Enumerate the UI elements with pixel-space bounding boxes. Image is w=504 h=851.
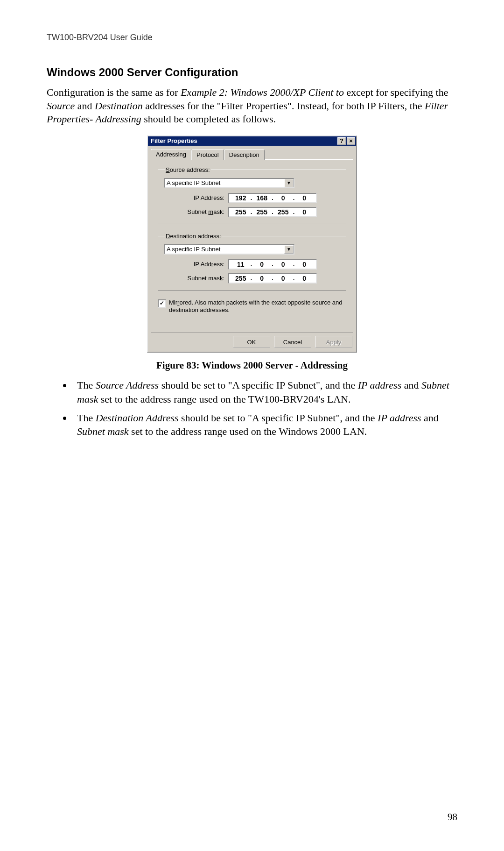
tabs-row: Addressing Protocol Description xyxy=(148,149,356,159)
dest-ip-input[interactable]: 11. 0. 0. 0 xyxy=(228,259,317,269)
source-address-group: Source address: A specific IP Subnet ▼ I… xyxy=(158,166,346,224)
ok-button[interactable]: OK xyxy=(233,336,270,348)
dest-mask-row: Subnet mask: 255. 0. 0. 0 xyxy=(164,273,340,284)
header-guide: TW100-BRV204 User Guide xyxy=(47,33,457,43)
source-dropdown-value: A specific IP Subnet xyxy=(165,179,284,187)
ip-octet[interactable]: 255 xyxy=(232,208,250,216)
intro-source: Source xyxy=(47,100,75,112)
document-page: TW100-BRV204 User Guide Windows 2000 Ser… xyxy=(0,0,504,851)
dialog-titlebar: Filter Properties ? × xyxy=(148,136,356,146)
ip-octet[interactable]: 255 xyxy=(232,275,250,282)
dest-dropdown-value: A specific IP Subnet xyxy=(165,245,284,254)
source-mask-label: Subnet mask: xyxy=(164,208,228,215)
source-ip-label: IP Address: xyxy=(164,194,228,201)
dest-ip-row: IP Address: 11. 0. 0. 0 xyxy=(164,259,340,269)
source-mask-input[interactable]: 255. 255. 255. 0 xyxy=(228,207,317,217)
tab-page-addressing: Source address: A specific IP Subnet ▼ I… xyxy=(151,159,353,333)
chevron-down-icon[interactable]: ▼ xyxy=(284,179,294,187)
ip-octet[interactable]: 0 xyxy=(296,208,314,216)
ip-octet[interactable]: 255 xyxy=(253,208,271,216)
dest-ip-label: IP Address: xyxy=(164,261,228,268)
mirrored-row: ✓ Mirrored. Also match packets with the … xyxy=(158,299,346,314)
figure-caption: Figure 83: Windows 2000 Server - Address… xyxy=(47,360,457,371)
tab-addressing[interactable]: Addressing xyxy=(151,149,191,160)
mirrored-label: Mirrored. Also match packets with the ex… xyxy=(169,299,346,314)
intro-text: Configuration is the same as for xyxy=(47,86,181,98)
ip-octet[interactable]: 192 xyxy=(232,194,250,202)
dest-mask-input[interactable]: 255. 0. 0. 0 xyxy=(228,273,317,284)
intro-paragraph: Configuration is the same as for Example… xyxy=(47,86,457,126)
dialog-button-row: OK Cancel Apply xyxy=(148,333,356,352)
destination-address-group: Destination address: A specific IP Subne… xyxy=(158,233,346,291)
ip-octet[interactable]: 168 xyxy=(253,194,271,202)
dialog-title: Filter Properties xyxy=(151,137,197,144)
ip-octet[interactable]: 0 xyxy=(274,261,292,268)
chevron-down-icon[interactable]: ▼ xyxy=(284,245,294,254)
source-legend: Source address: xyxy=(165,166,211,173)
instruction-list: The Source Address should be set to "A s… xyxy=(47,378,457,439)
intro-text: addresses for the "Filter Properties". I… xyxy=(143,100,425,112)
source-ip-input[interactable]: 192. 168. 0. 0 xyxy=(228,193,317,203)
ip-octet[interactable]: 0 xyxy=(253,275,271,282)
filter-properties-dialog: Filter Properties ? × Addressing Protoco… xyxy=(147,135,357,353)
source-ip-row: IP Address: 192. 168. 0. 0 xyxy=(164,193,340,203)
dest-mask-label: Subnet mask: xyxy=(164,275,228,282)
source-mask-row: Subnet mask: 255. 255. 255. 0 xyxy=(164,207,340,217)
dest-legend: Destination address: xyxy=(165,233,222,240)
ip-octet[interactable]: 0 xyxy=(274,194,292,202)
ip-octet[interactable]: 0 xyxy=(296,194,314,202)
dialog-figure-wrap: Filter Properties ? × Addressing Protoco… xyxy=(47,135,457,353)
ip-octet[interactable]: 11 xyxy=(232,261,250,268)
source-dropdown[interactable]: A specific IP Subnet ▼ xyxy=(164,178,294,188)
mirrored-checkbox[interactable]: ✓ xyxy=(158,299,166,308)
ip-octet[interactable]: 255 xyxy=(274,208,292,216)
intro-text: should be completed as follows. xyxy=(141,113,276,125)
section-title: Windows 2000 Server Configuration xyxy=(47,66,457,79)
ip-octet[interactable]: 0 xyxy=(296,275,314,282)
intro-text: except for specifying the xyxy=(344,86,448,98)
tab-protocol[interactable]: Protocol xyxy=(191,149,224,160)
apply-button: Apply xyxy=(315,336,352,348)
dest-dropdown[interactable]: A specific IP Subnet ▼ xyxy=(164,244,294,255)
ip-octet[interactable]: 0 xyxy=(253,261,271,268)
help-button[interactable]: ? xyxy=(337,137,346,145)
page-number: 98 xyxy=(448,811,457,823)
list-item: The Source Address should be set to "A s… xyxy=(72,378,457,406)
ip-octet[interactable]: 0 xyxy=(274,275,292,282)
cancel-button[interactable]: Cancel xyxy=(274,336,311,348)
tab-description[interactable]: Description xyxy=(224,149,265,160)
intro-destination: Destination xyxy=(95,100,143,112)
list-item: The Destination Address should be set to… xyxy=(72,411,457,439)
close-button[interactable]: × xyxy=(347,137,355,145)
intro-text: and xyxy=(75,100,95,112)
ip-octet[interactable]: 0 xyxy=(296,261,314,268)
intro-ex-ref: Example 2: Windows 2000/XP Client to xyxy=(181,86,344,98)
titlebar-buttons: ? × xyxy=(337,137,355,145)
